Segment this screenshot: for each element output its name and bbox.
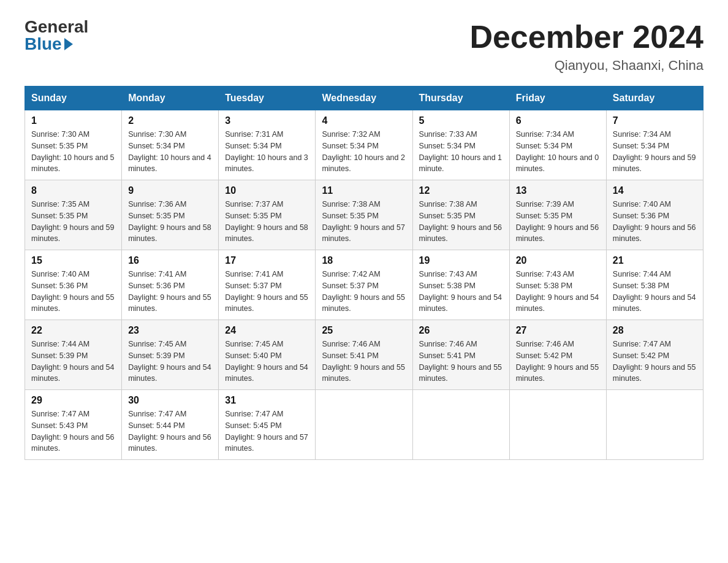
day-info: Sunrise: 7:32 AMSunset: 5:34 PMDaylight:…	[322, 129, 406, 175]
day-number: 3	[225, 115, 309, 126]
calendar-cell: 9 Sunrise: 7:36 AMSunset: 5:35 PMDayligh…	[122, 180, 219, 250]
week-row-1: 1 Sunrise: 7:30 AMSunset: 5:35 PMDayligh…	[25, 110, 703, 180]
calendar-cell: 15 Sunrise: 7:40 AMSunset: 5:36 PMDaylig…	[25, 250, 122, 320]
day-info: Sunrise: 7:47 AMSunset: 5:42 PMDaylight:…	[613, 339, 697, 385]
day-info: Sunrise: 7:33 AMSunset: 5:34 PMDaylight:…	[419, 129, 503, 175]
header-day-monday: Monday	[122, 86, 219, 110]
day-info: Sunrise: 7:43 AMSunset: 5:38 PMDaylight:…	[419, 269, 503, 315]
day-info: Sunrise: 7:42 AMSunset: 5:37 PMDaylight:…	[322, 269, 406, 315]
title-area: December 2024 Qianyou, Shaanxi, China	[469, 18, 703, 74]
day-info: Sunrise: 7:35 AMSunset: 5:35 PMDaylight:…	[31, 199, 115, 245]
day-info: Sunrise: 7:40 AMSunset: 5:36 PMDaylight:…	[31, 269, 115, 315]
calendar-cell: 22 Sunrise: 7:44 AMSunset: 5:39 PMDaylig…	[25, 320, 122, 390]
calendar-cell: 7 Sunrise: 7:34 AMSunset: 5:34 PMDayligh…	[606, 110, 703, 180]
calendar-cell: 23 Sunrise: 7:45 AMSunset: 5:39 PMDaylig…	[122, 320, 219, 390]
day-number: 14	[613, 185, 697, 196]
day-number: 17	[225, 255, 309, 266]
logo-arrow-icon	[64, 38, 73, 50]
day-number: 11	[322, 185, 406, 196]
week-row-2: 8 Sunrise: 7:35 AMSunset: 5:35 PMDayligh…	[25, 180, 703, 250]
day-number: 1	[31, 115, 115, 126]
calendar-cell: 24 Sunrise: 7:45 AMSunset: 5:40 PMDaylig…	[219, 320, 316, 390]
calendar-cell: 12 Sunrise: 7:38 AMSunset: 5:35 PMDaylig…	[412, 180, 509, 250]
calendar-cell	[606, 390, 703, 460]
day-number: 18	[322, 255, 406, 266]
calendar-cell: 8 Sunrise: 7:35 AMSunset: 5:35 PMDayligh…	[25, 180, 122, 250]
day-number: 24	[225, 325, 309, 336]
calendar-cell: 29 Sunrise: 7:47 AMSunset: 5:43 PMDaylig…	[25, 390, 122, 460]
header-day-tuesday: Tuesday	[219, 86, 316, 110]
day-info: Sunrise: 7:30 AMSunset: 5:35 PMDaylight:…	[31, 129, 115, 175]
calendar-cell: 4 Sunrise: 7:32 AMSunset: 5:34 PMDayligh…	[316, 110, 412, 180]
day-number: 10	[225, 185, 309, 196]
calendar-table: SundayMondayTuesdayWednesdayThursdayFrid…	[25, 86, 703, 460]
calendar-cell: 10 Sunrise: 7:37 AMSunset: 5:35 PMDaylig…	[219, 180, 316, 250]
calendar-cell: 14 Sunrise: 7:40 AMSunset: 5:36 PMDaylig…	[606, 180, 703, 250]
calendar-cell: 30 Sunrise: 7:47 AMSunset: 5:44 PMDaylig…	[122, 390, 219, 460]
header-day-friday: Friday	[509, 86, 606, 110]
day-number: 25	[322, 325, 406, 336]
day-number: 2	[128, 115, 212, 126]
calendar-cell: 31 Sunrise: 7:47 AMSunset: 5:45 PMDaylig…	[219, 390, 316, 460]
day-info: Sunrise: 7:30 AMSunset: 5:34 PMDaylight:…	[128, 129, 212, 175]
calendar-cell: 26 Sunrise: 7:46 AMSunset: 5:41 PMDaylig…	[412, 320, 509, 390]
page-header: General Blue December 2024 Qianyou, Shaa…	[25, 18, 703, 74]
calendar-cell: 21 Sunrise: 7:44 AMSunset: 5:38 PMDaylig…	[606, 250, 703, 320]
day-info: Sunrise: 7:31 AMSunset: 5:34 PMDaylight:…	[225, 129, 309, 175]
calendar-cell: 18 Sunrise: 7:42 AMSunset: 5:37 PMDaylig…	[316, 250, 412, 320]
day-info: Sunrise: 7:47 AMSunset: 5:43 PMDaylight:…	[31, 408, 115, 454]
day-number: 9	[128, 185, 212, 196]
calendar-cell: 1 Sunrise: 7:30 AMSunset: 5:35 PMDayligh…	[25, 110, 122, 180]
day-info: Sunrise: 7:41 AMSunset: 5:36 PMDaylight:…	[128, 269, 212, 315]
day-info: Sunrise: 7:38 AMSunset: 5:35 PMDaylight:…	[322, 199, 406, 245]
header-day-wednesday: Wednesday	[316, 86, 412, 110]
calendar-cell: 17 Sunrise: 7:41 AMSunset: 5:37 PMDaylig…	[219, 250, 316, 320]
header-day-thursday: Thursday	[412, 86, 509, 110]
day-number: 19	[419, 255, 503, 266]
logo-blue-text: Blue	[25, 36, 73, 53]
day-number: 28	[613, 325, 697, 336]
calendar-cell: 28 Sunrise: 7:47 AMSunset: 5:42 PMDaylig…	[606, 320, 703, 390]
day-number: 27	[516, 325, 600, 336]
day-number: 8	[31, 185, 115, 196]
day-number: 15	[31, 255, 115, 266]
calendar-cell: 3 Sunrise: 7:31 AMSunset: 5:34 PMDayligh…	[219, 110, 316, 180]
day-info: Sunrise: 7:45 AMSunset: 5:40 PMDaylight:…	[225, 339, 309, 385]
day-number: 30	[128, 395, 212, 406]
day-info: Sunrise: 7:46 AMSunset: 5:42 PMDaylight:…	[516, 339, 600, 385]
calendar-cell: 16 Sunrise: 7:41 AMSunset: 5:36 PMDaylig…	[122, 250, 219, 320]
day-info: Sunrise: 7:40 AMSunset: 5:36 PMDaylight:…	[613, 199, 697, 245]
day-info: Sunrise: 7:36 AMSunset: 5:35 PMDaylight:…	[128, 199, 212, 245]
calendar-cell: 27 Sunrise: 7:46 AMSunset: 5:42 PMDaylig…	[509, 320, 606, 390]
day-number: 4	[322, 115, 406, 126]
calendar-cell: 20 Sunrise: 7:43 AMSunset: 5:38 PMDaylig…	[509, 250, 606, 320]
calendar-cell: 19 Sunrise: 7:43 AMSunset: 5:38 PMDaylig…	[412, 250, 509, 320]
day-info: Sunrise: 7:38 AMSunset: 5:35 PMDaylight:…	[419, 199, 503, 245]
day-number: 23	[128, 325, 212, 336]
calendar-cell	[412, 390, 509, 460]
week-row-3: 15 Sunrise: 7:40 AMSunset: 5:36 PMDaylig…	[25, 250, 703, 320]
day-info: Sunrise: 7:47 AMSunset: 5:44 PMDaylight:…	[128, 408, 212, 454]
day-number: 7	[613, 115, 697, 126]
day-info: Sunrise: 7:46 AMSunset: 5:41 PMDaylight:…	[322, 339, 406, 385]
day-number: 22	[31, 325, 115, 336]
calendar-cell: 6 Sunrise: 7:34 AMSunset: 5:34 PMDayligh…	[509, 110, 606, 180]
header-day-sunday: Sunday	[25, 86, 122, 110]
day-number: 26	[419, 325, 503, 336]
day-info: Sunrise: 7:34 AMSunset: 5:34 PMDaylight:…	[613, 129, 697, 175]
day-number: 12	[419, 185, 503, 196]
day-info: Sunrise: 7:46 AMSunset: 5:41 PMDaylight:…	[419, 339, 503, 385]
day-info: Sunrise: 7:41 AMSunset: 5:37 PMDaylight:…	[225, 269, 309, 315]
location-title: Qianyou, Shaanxi, China	[469, 58, 703, 74]
day-info: Sunrise: 7:43 AMSunset: 5:38 PMDaylight:…	[516, 269, 600, 315]
day-info: Sunrise: 7:45 AMSunset: 5:39 PMDaylight:…	[128, 339, 212, 385]
calendar-header-row: SundayMondayTuesdayWednesdayThursdayFrid…	[25, 86, 703, 110]
week-row-4: 22 Sunrise: 7:44 AMSunset: 5:39 PMDaylig…	[25, 320, 703, 390]
calendar-cell	[509, 390, 606, 460]
header-day-saturday: Saturday	[606, 86, 703, 110]
day-number: 21	[613, 255, 697, 266]
day-number: 6	[516, 115, 600, 126]
day-info: Sunrise: 7:44 AMSunset: 5:38 PMDaylight:…	[613, 269, 697, 315]
day-info: Sunrise: 7:39 AMSunset: 5:35 PMDaylight:…	[516, 199, 600, 245]
month-title: December 2024	[469, 18, 703, 55]
